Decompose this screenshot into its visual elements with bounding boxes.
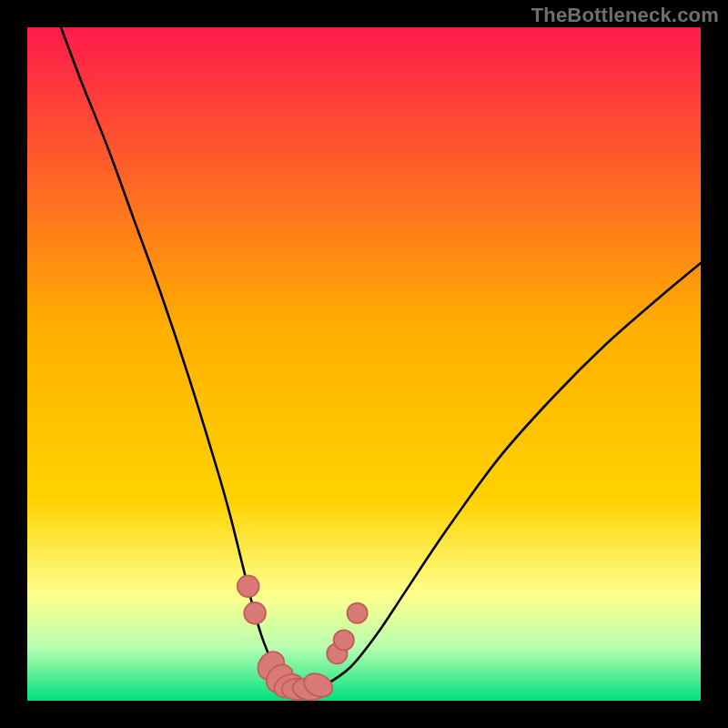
data-marker xyxy=(334,630,354,650)
data-marker xyxy=(244,602,266,624)
chart-frame: TheBottleneck.com xyxy=(0,0,728,728)
plot-area xyxy=(27,27,701,701)
data-marker xyxy=(348,603,368,623)
data-marker xyxy=(238,575,259,597)
chart-svg xyxy=(27,27,701,701)
gradient-background xyxy=(27,27,701,701)
watermark-text: TheBottleneck.com xyxy=(531,4,719,27)
